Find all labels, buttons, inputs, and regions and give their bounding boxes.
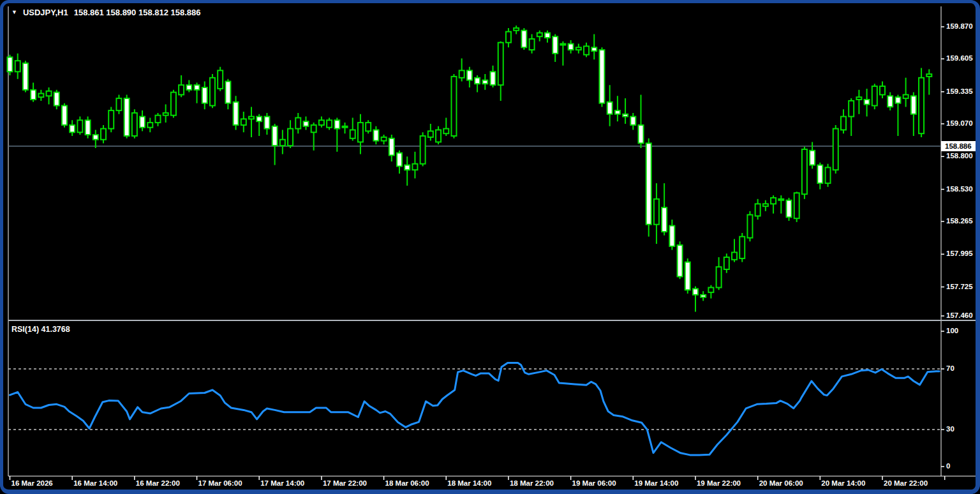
candle-bear <box>778 199 783 200</box>
candle-bear <box>685 262 690 290</box>
chart-window: ▼ USDJPY,H1 158.861 158.890 158.812 158.… <box>0 0 980 494</box>
candle-bull <box>880 86 885 94</box>
candle-bull <box>841 117 846 130</box>
candle-bear <box>817 165 822 184</box>
rsi-axis-label: 0 <box>946 462 950 470</box>
candle-bear <box>186 85 191 90</box>
candle-bear <box>467 70 472 80</box>
candle-bear <box>8 57 13 72</box>
candle-bear <box>23 63 28 90</box>
candle-bull <box>38 94 43 98</box>
time-axis-label: 20 Mar 06:00 <box>759 479 803 487</box>
candle-bear <box>334 120 339 128</box>
price-axis-label: 157.995 <box>946 250 973 257</box>
candle-bear <box>521 31 526 48</box>
candle-bull <box>319 120 324 125</box>
candle-bear <box>475 78 480 84</box>
price-axis-label: 159.070 <box>946 119 973 127</box>
current-price-badge: 158.886 <box>941 141 980 151</box>
candle-bear <box>373 130 378 141</box>
chart-menu-dropdown-icon[interactable]: ▼ <box>11 8 17 17</box>
candle-bull <box>459 70 464 77</box>
price-axis-label: 157.725 <box>946 283 973 290</box>
candle-bull <box>288 129 293 146</box>
rsi-axis-label: 30 <box>946 425 954 433</box>
candle-bear <box>553 36 558 54</box>
candle-bull <box>794 193 799 218</box>
time-axis-label: 18 Mar 22:00 <box>510 479 554 487</box>
candle-bull <box>350 130 355 138</box>
candle-bull <box>802 149 807 194</box>
candle-bull <box>295 118 301 129</box>
candle-bear <box>264 117 269 129</box>
price-axis-label: 157.460 <box>946 311 973 319</box>
time-axis-label: 16 Mar 22:00 <box>136 479 180 487</box>
candle-bull <box>116 98 121 110</box>
time-axis-label: 16 Mar 14:00 <box>73 479 117 487</box>
chart-plot-area[interactable] <box>3 3 980 494</box>
candle-bear <box>662 207 667 232</box>
symbol-period-label: USDJPY,H1 <box>23 8 68 17</box>
candle-bear <box>397 153 402 167</box>
candle-bull <box>249 117 254 119</box>
price-axis-label: 159.335 <box>946 87 973 95</box>
time-axis-label: 18 Mar 06:00 <box>385 479 429 487</box>
candle-bear <box>303 121 308 126</box>
candle-bear <box>623 114 628 117</box>
candle-bull <box>382 137 387 141</box>
candle-bear <box>343 126 348 128</box>
rsi-indicator-label: RSI(14) 41.3768 <box>11 325 70 334</box>
candle-bull <box>47 91 52 96</box>
candle-bull <box>311 125 316 132</box>
candle-bull <box>155 116 160 123</box>
candle-bull <box>451 77 456 136</box>
time-axis-label: 17 Mar 14:00 <box>260 479 304 487</box>
candle-bull <box>514 28 519 31</box>
candle-bull <box>15 61 20 71</box>
candle-bull <box>716 267 722 287</box>
candle-bear <box>560 44 565 45</box>
candle-bull <box>537 33 542 37</box>
candle-bear <box>693 288 698 295</box>
candle-bear <box>591 47 597 51</box>
candle-bull <box>739 237 745 258</box>
candle-bull <box>926 74 932 77</box>
candle-bear <box>54 93 59 106</box>
candle-bear <box>545 33 550 38</box>
candle-bull <box>77 120 82 132</box>
candle-bull <box>163 113 168 116</box>
candle-bear <box>405 165 410 170</box>
candle-bull <box>179 85 184 94</box>
candle-bull <box>755 204 761 216</box>
candle-bull <box>530 39 535 50</box>
candle-bull <box>506 32 511 43</box>
price-axis-label: 158.800 <box>946 152 973 160</box>
time-axis-label: 17 Mar 06:00 <box>198 479 242 487</box>
candle-bear <box>140 117 145 128</box>
candle-bull <box>763 204 768 206</box>
candle-bull <box>147 123 152 128</box>
candle-bear <box>568 44 574 50</box>
candle-bull <box>132 113 137 136</box>
time-axis-label: 19 Mar 22:00 <box>697 479 741 487</box>
chart-title: ▼ USDJPY,H1 158.861 158.890 158.812 158.… <box>11 8 201 17</box>
candle-bear <box>482 80 487 84</box>
candle-bear <box>234 102 239 125</box>
candle-bull <box>833 129 838 170</box>
candle-bull <box>826 167 831 183</box>
price-axis-label: 158.265 <box>946 217 973 225</box>
time-axis-label: 20 Mar 22:00 <box>884 479 928 487</box>
candle-bull <box>654 199 659 225</box>
candle-bear <box>911 96 916 114</box>
candle-bull <box>218 70 223 88</box>
candle-bear <box>615 110 620 114</box>
candle-bull <box>210 78 215 106</box>
candle-bull <box>919 78 924 133</box>
candle-bear <box>865 100 870 105</box>
candle-bear <box>701 295 706 297</box>
candle-bear <box>62 106 67 125</box>
candle-bull <box>498 43 503 86</box>
candle-bull <box>436 130 441 142</box>
rsi-axis-label: 70 <box>946 364 954 372</box>
price-axis-label: 159.870 <box>946 22 973 30</box>
